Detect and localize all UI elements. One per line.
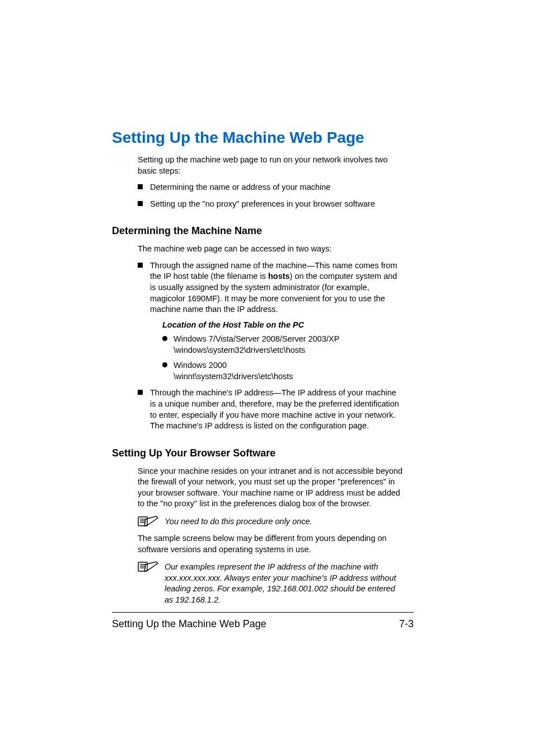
content-area: Setting Up the Machine Web Page Setting … (112, 129, 403, 605)
intro-bullet-list: Determining the name or address of your … (138, 182, 403, 209)
footer-page-number: 7-3 (399, 618, 414, 630)
svg-rect-0 (138, 517, 147, 526)
os-label: Windows 7/Vista/Server 2008/Server 2003/… (174, 334, 339, 343)
page-title: Setting Up the Machine Web Page (112, 129, 403, 147)
os-path: \windows\system32\drivers\etc\hosts (174, 346, 305, 354)
list-item: Determining the name or address of your … (138, 182, 403, 193)
intro-block: Setting up the machine web page to run o… (138, 155, 403, 209)
section2-para1: Since your machine resides on your intra… (138, 466, 403, 510)
section-heading-browser: Setting Up Your Browser Software (112, 447, 403, 459)
note-text: Our examples represent the IP address of… (159, 561, 403, 605)
os-path: \winnt\system32\drivers\etc\hosts (174, 372, 293, 381)
host-table-list: Windows 7/Vista/Server 2008/Server 2003/… (162, 334, 403, 382)
section-heading-determining: Determining the Machine Name (112, 225, 403, 237)
section2-body: Since your machine resides on your intra… (138, 466, 403, 606)
section1-bullets: Through the assigned name of the machine… (138, 260, 403, 432)
bullet-text-bold: hosts (268, 272, 290, 281)
note-icon (138, 515, 159, 528)
page-footer: Setting Up the Machine Web Page 7-3 (112, 612, 414, 630)
svg-rect-4 (138, 562, 147, 571)
note-block: Our examples represent the IP address of… (138, 561, 403, 605)
list-item: Windows 2000 \winnt\system32\drivers\etc… (162, 360, 403, 382)
os-label: Windows 2000 (174, 361, 227, 370)
list-item: Through the assigned name of the machine… (138, 260, 403, 382)
list-item: Through the machine's IP address—The IP … (138, 388, 403, 431)
section1-body: The machine web page can be accessed in … (138, 244, 403, 431)
section1-lead: The machine web page can be accessed in … (138, 244, 403, 255)
footer-row: Setting Up the Machine Web Page 7-3 (112, 618, 414, 630)
note-text: You need to do this procedure only once. (159, 515, 312, 528)
note-icon (138, 561, 159, 573)
list-item: Setting up the "no proxy" preferences in… (138, 199, 403, 210)
document-page: Setting Up the Machine Web Page Setting … (0, 0, 534, 756)
section2-para2: The sample screens below may be differen… (138, 533, 403, 555)
host-table-heading: Location of the Host Table on the PC (162, 320, 403, 331)
note-block: You need to do this procedure only once. (138, 515, 403, 528)
footer-rule (112, 612, 414, 613)
footer-left: Setting Up the Machine Web Page (112, 618, 266, 630)
intro-paragraph: Setting up the machine web page to run o… (138, 155, 403, 176)
list-item: Windows 7/Vista/Server 2008/Server 2003/… (162, 334, 403, 356)
